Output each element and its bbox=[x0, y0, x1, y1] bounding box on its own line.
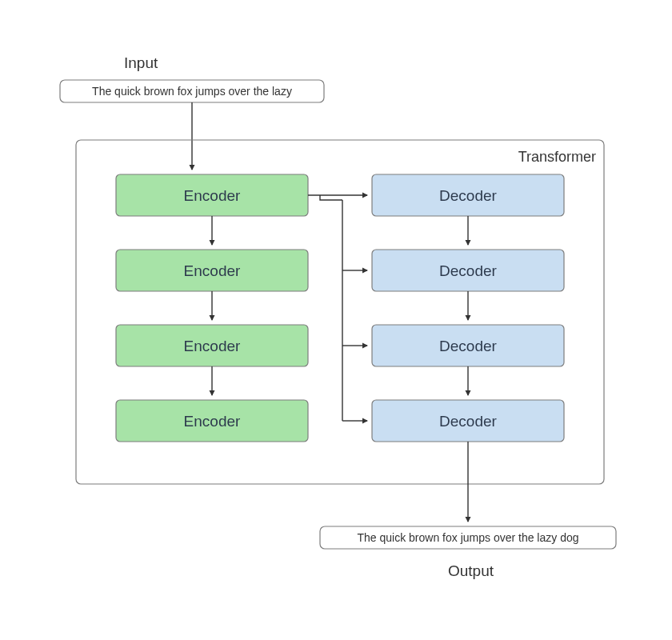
transformer-diagram: Input The quick brown fox jumps over the… bbox=[0, 0, 672, 640]
input-text: The quick brown fox jumps over the lazy bbox=[92, 85, 292, 98]
decoder-2-label: Decoder bbox=[439, 262, 497, 279]
transformer-label: Transformer bbox=[518, 149, 596, 165]
decoder-3-label: Decoder bbox=[439, 338, 497, 354]
decoder-1-label: Decoder bbox=[439, 187, 497, 204]
input-label: Input bbox=[124, 54, 158, 71]
output-text: The quick brown fox jumps over the lazy … bbox=[357, 531, 578, 544]
encoder-3-label: Encoder bbox=[184, 338, 241, 354]
output-label: Output bbox=[448, 562, 494, 579]
encoder-4-label: Encoder bbox=[184, 413, 241, 430]
cross-spine-feed bbox=[320, 195, 342, 200]
decoder-4-label: Decoder bbox=[439, 413, 497, 430]
encoder-1-label: Encoder bbox=[184, 187, 241, 204]
encoder-2-label: Encoder bbox=[184, 262, 241, 279]
